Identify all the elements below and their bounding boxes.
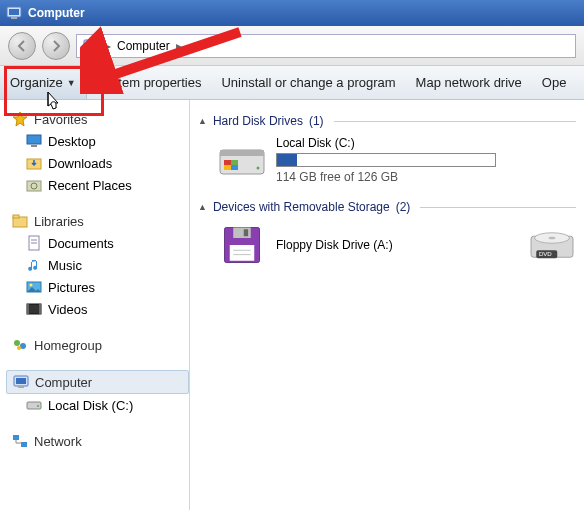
svg-point-29 xyxy=(37,405,39,407)
svg-rect-42 xyxy=(244,229,248,236)
computer-icon xyxy=(83,38,99,54)
window-title: Computer xyxy=(28,6,85,20)
drive-item-floppy[interactable]: Floppy Disk Drive (A:) xyxy=(218,224,393,266)
svg-rect-13 xyxy=(13,215,19,218)
star-icon xyxy=(12,111,28,127)
downloads-icon xyxy=(26,155,42,171)
sidebar-item-downloads[interactable]: Downloads xyxy=(6,152,189,174)
svg-point-39 xyxy=(257,167,260,170)
svg-rect-26 xyxy=(16,378,26,384)
network-icon xyxy=(12,433,28,449)
map-network-drive-button[interactable]: Map network drive xyxy=(406,66,532,99)
organize-button[interactable]: Organize ▼ xyxy=(0,66,87,99)
group-removable-storage[interactable]: ▲ Devices with Removable Storage (2) xyxy=(198,200,576,214)
command-toolbar: Organize ▼ System properties Uninstall o… xyxy=(0,66,584,100)
drive-name: Floppy Disk Drive (A:) xyxy=(276,238,393,252)
svg-rect-28 xyxy=(27,402,41,409)
breadcrumb-sep-icon: ▸ xyxy=(176,39,182,53)
hard-drive-icon xyxy=(26,397,42,413)
svg-rect-33 xyxy=(220,150,264,156)
desktop-icon xyxy=(26,133,42,149)
svg-rect-5 xyxy=(88,50,94,52)
svg-point-24 xyxy=(17,346,21,350)
group-hard-disk-drives[interactable]: ▲ Hard Disk Drives (1) xyxy=(198,114,576,128)
svg-rect-43 xyxy=(230,245,255,261)
svg-rect-1 xyxy=(9,9,19,15)
forward-arrow-icon xyxy=(50,40,62,52)
disk-usage-meter xyxy=(276,153,496,167)
svg-rect-19 xyxy=(27,304,41,314)
svg-point-22 xyxy=(14,340,20,346)
computer-icon xyxy=(6,5,22,21)
documents-icon xyxy=(26,235,42,251)
music-icon xyxy=(26,257,42,273)
back-arrow-icon xyxy=(16,40,28,52)
address-bar[interactable]: ▸ Computer ▸ xyxy=(76,34,576,58)
svg-rect-2 xyxy=(11,17,17,19)
videos-icon xyxy=(26,301,42,317)
svg-point-48 xyxy=(549,237,556,240)
sidebar-item-music[interactable]: Music xyxy=(6,254,189,276)
svg-rect-7 xyxy=(27,135,41,144)
svg-rect-27 xyxy=(18,386,24,388)
organize-label: Organize xyxy=(10,75,63,90)
homegroup-icon xyxy=(12,337,28,353)
chevron-down-icon: ▼ xyxy=(67,78,76,88)
sidebar-item-pictures[interactable]: Pictures xyxy=(6,276,189,298)
sidebar-item-local-disk[interactable]: Local Disk (C:) xyxy=(6,394,189,416)
sidebar-item-videos[interactable]: Videos xyxy=(6,298,189,320)
network-header[interactable]: Network xyxy=(6,430,189,452)
content-pane: ▲ Hard Disk Drives (1) Local Disk (C:) xyxy=(190,100,584,510)
collapse-icon: ▲ xyxy=(198,202,207,212)
collapse-icon: ▲ xyxy=(198,116,207,126)
uninstall-program-button[interactable]: Uninstall or change a program xyxy=(211,66,405,99)
svg-rect-8 xyxy=(31,145,37,147)
open-button-truncated[interactable]: Ope xyxy=(532,66,577,99)
window-titlebar: Computer xyxy=(0,0,584,26)
svg-marker-6 xyxy=(13,112,27,126)
libraries-icon xyxy=(12,213,28,229)
sidebar-item-desktop[interactable]: Desktop xyxy=(6,130,189,152)
drive-item-local-disk[interactable]: Local Disk (C:) 114 GB free of 126 GB xyxy=(218,136,576,184)
forward-button[interactable] xyxy=(42,32,70,60)
breadcrumb-sep-icon: ▸ xyxy=(105,39,111,53)
pictures-icon xyxy=(26,279,42,295)
svg-rect-35 xyxy=(224,160,231,165)
svg-rect-20 xyxy=(27,304,29,314)
breadcrumb-computer[interactable]: Computer xyxy=(117,39,170,53)
recent-places-icon xyxy=(26,177,42,193)
svg-text:DVD: DVD xyxy=(539,250,552,257)
sidebar-item-documents[interactable]: Documents xyxy=(6,232,189,254)
drive-name: Local Disk (C:) xyxy=(276,136,496,150)
computer-header[interactable]: Computer xyxy=(6,370,189,394)
svg-rect-21 xyxy=(39,304,41,314)
svg-rect-37 xyxy=(224,165,231,170)
libraries-header[interactable]: Libraries xyxy=(6,210,189,232)
back-button[interactable] xyxy=(8,32,36,60)
hard-drive-icon xyxy=(218,136,266,178)
svg-rect-30 xyxy=(13,435,19,440)
svg-rect-4 xyxy=(86,42,96,48)
favorites-header[interactable]: Favorites xyxy=(6,108,189,130)
nav-bar: ▸ Computer ▸ xyxy=(0,26,584,66)
floppy-drive-icon xyxy=(218,224,266,266)
system-properties-button[interactable]: System properties xyxy=(87,66,212,99)
svg-rect-36 xyxy=(231,160,238,165)
svg-rect-38 xyxy=(231,165,238,170)
svg-point-18 xyxy=(30,284,33,287)
computer-icon xyxy=(13,374,29,390)
navigation-pane: Favorites Desktop Downloads Recent Place… xyxy=(0,100,190,510)
disk-free-text: 114 GB free of 126 GB xyxy=(276,170,496,184)
homegroup-header[interactable]: Homegroup xyxy=(6,334,189,356)
drive-item-dvd[interactable]: DVD xyxy=(528,224,576,266)
dvd-drive-icon: DVD xyxy=(528,224,576,266)
sidebar-item-recent-places[interactable]: Recent Places xyxy=(6,174,189,196)
